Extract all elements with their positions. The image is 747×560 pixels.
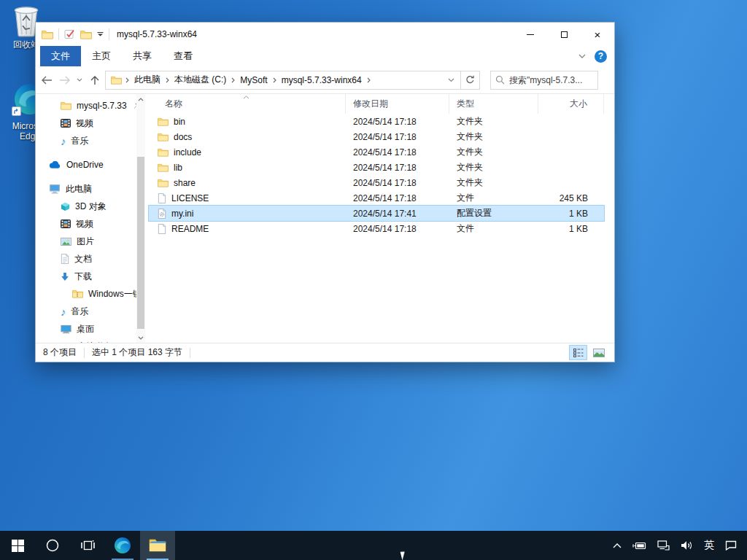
file-row-readme[interactable]: README 2024/5/14 17:18 文件 1 KB bbox=[149, 221, 604, 236]
file-row-bin[interactable]: bin 2024/5/14 17:18 文件夹 bbox=[149, 114, 604, 129]
file-name: docs bbox=[174, 132, 192, 142]
desktop: 回收站 Microsoft Edge bbox=[0, 0, 747, 531]
navigation-pane: mysql-5.7.33 视频 ♪ 音乐 OneDrive 此电脑 bbox=[36, 94, 136, 343]
up-button[interactable] bbox=[85, 71, 104, 90]
help-button[interactable]: ? bbox=[595, 50, 607, 63]
file-type: 文件夹 bbox=[449, 161, 538, 174]
folder-icon bbox=[61, 101, 71, 110]
downloads-icon bbox=[61, 272, 69, 281]
expand-ribbon-icon[interactable] bbox=[578, 54, 586, 58]
sidebar-item-label: 视频 bbox=[76, 117, 93, 130]
tray-ime-indicator[interactable]: 英 bbox=[704, 539, 714, 552]
taskbar-edge-button[interactable] bbox=[105, 531, 140, 560]
tab-view[interactable]: 查看 bbox=[163, 46, 204, 66]
sidebar-item-label: 音乐 bbox=[71, 306, 89, 318]
file-date: 2024/5/14 17:18 bbox=[346, 193, 449, 203]
file-size: 1 KB bbox=[538, 224, 604, 234]
chevron-right-icon bbox=[230, 77, 236, 83]
taskbar-file-explorer-button[interactable] bbox=[140, 531, 175, 560]
sidebar-item-3d-objects[interactable]: 3D 对象 bbox=[36, 198, 136, 215]
sidebar-item-desktop[interactable]: 桌面 bbox=[36, 320, 136, 338]
scrollbar-thumb[interactable] bbox=[137, 157, 144, 329]
scroll-up-icon[interactable] bbox=[136, 94, 145, 104]
sidebar-item-videos-quick[interactable]: 视频 bbox=[36, 114, 136, 132]
breadcrumb-local-disk-c[interactable]: 本地磁盘 (C:) bbox=[171, 74, 230, 86]
thumbnails-view-button[interactable] bbox=[590, 346, 607, 359]
sidebar-item-local-disk-c[interactable]: 本地磁盘 (C:) bbox=[36, 338, 136, 343]
sidebar-item-label: Windows一键 bbox=[88, 288, 136, 300]
forward-button[interactable] bbox=[55, 71, 74, 90]
file-date: 2024/5/14 17:18 bbox=[346, 147, 449, 158]
sidebar-item-documents[interactable]: 文档 bbox=[36, 250, 136, 268]
tray-volume-icon[interactable] bbox=[681, 540, 693, 551]
breadcrumb: 此电脑 本地磁盘 (C:) MySoft mysql-5.7.33-winx64 bbox=[124, 74, 444, 86]
tab-home[interactable]: 主页 bbox=[81, 46, 122, 66]
search-input[interactable] bbox=[509, 75, 593, 85]
back-button[interactable] bbox=[37, 71, 55, 90]
qat-new-folder-icon[interactable] bbox=[80, 30, 92, 39]
sidebar-item-videos[interactable]: 视频 bbox=[36, 215, 136, 233]
breadcrumb-mysql-folder[interactable]: mysql-5.7.33-winx64 bbox=[278, 75, 365, 85]
file-row-license[interactable]: LICENSE 2024/5/14 17:18 文件 245 KB bbox=[149, 190, 604, 206]
chevron-right-icon bbox=[271, 77, 278, 83]
chevron-right-icon bbox=[124, 77, 131, 83]
column-header-type[interactable]: 类型 bbox=[449, 94, 538, 114]
folder-icon bbox=[158, 163, 169, 172]
sidebar-item-music[interactable]: ♪ 音乐 bbox=[36, 303, 136, 320]
qat-dropdown-icon[interactable] bbox=[97, 32, 104, 36]
breadcrumb-this-pc[interactable]: 此电脑 bbox=[131, 74, 164, 86]
file-date: 2024/5/14 17:18 bbox=[346, 117, 449, 127]
sidebar-scrollbar[interactable] bbox=[136, 94, 145, 343]
file-row-my-ini-selected[interactable]: my.ini 2024/5/14 17:41 配置设置 1 KB bbox=[149, 206, 604, 221]
sidebar-item-this-pc[interactable]: 此电脑 bbox=[36, 180, 136, 198]
music-icon: ♪ bbox=[61, 136, 66, 147]
address-breadcrumb-box[interactable]: 此电脑 本地磁盘 (C:) MySoft mysql-5.7.33-winx64 bbox=[105, 71, 461, 90]
details-view-button[interactable] bbox=[570, 346, 587, 359]
file-row-share[interactable]: share 2024/5/14 17:18 文件夹 bbox=[149, 175, 604, 190]
tab-file[interactable]: 文件 bbox=[40, 46, 81, 66]
file-row-include[interactable]: include 2024/5/14 17:18 文件夹 bbox=[149, 144, 604, 160]
file-explorer-icon bbox=[149, 538, 166, 553]
file-size: 245 KB bbox=[538, 193, 604, 203]
close-button[interactable]: × bbox=[581, 23, 614, 46]
sidebar-item-windows-zip[interactable]: Windows一键 bbox=[36, 285, 136, 303]
sidebar-item-onedrive[interactable]: OneDrive bbox=[36, 156, 136, 174]
column-header-size[interactable]: 大小 bbox=[538, 94, 604, 114]
file-row-docs[interactable]: docs 2024/5/14 17:18 文件夹 bbox=[149, 129, 604, 144]
shortcut-arrow-icon bbox=[12, 106, 21, 116]
breadcrumb-mysoft[interactable]: MySoft bbox=[236, 75, 271, 85]
maximize-button[interactable] bbox=[547, 23, 581, 46]
sidebar-item-downloads[interactable]: 下载 bbox=[36, 268, 136, 285]
qat-properties-icon[interactable] bbox=[64, 29, 75, 39]
action-center-icon[interactable] bbox=[725, 540, 737, 551]
task-view-button[interactable] bbox=[70, 531, 105, 560]
separator bbox=[109, 28, 109, 40]
recent-locations-dropdown[interactable] bbox=[74, 71, 85, 90]
tray-chevron-up-icon[interactable] bbox=[613, 543, 622, 548]
start-button[interactable] bbox=[0, 531, 35, 560]
this-pc-icon bbox=[49, 184, 61, 194]
tab-share[interactable]: 共享 bbox=[122, 46, 163, 66]
search-box[interactable] bbox=[490, 71, 598, 90]
scroll-down-icon[interactable] bbox=[136, 332, 145, 343]
sidebar-item-mysql-folder[interactable]: mysql-5.7.33 bbox=[36, 97, 136, 114]
file-explorer-window: mysql-5.7.33-winx64 × 文件 主页 共享 查看 ? bbox=[35, 22, 615, 362]
cortana-circle-icon bbox=[46, 539, 59, 552]
file-row-lib[interactable]: lib 2024/5/14 17:18 文件夹 bbox=[149, 160, 604, 175]
cortana-button[interactable] bbox=[35, 531, 70, 560]
sidebar-item-label: 音乐 bbox=[71, 135, 89, 147]
separator bbox=[84, 348, 85, 358]
sidebar-item-pictures[interactable]: 图片 bbox=[36, 233, 136, 250]
column-header-date[interactable]: 修改日期 bbox=[346, 94, 449, 114]
file-name: include bbox=[174, 147, 201, 158]
address-bar: 此电脑 本地磁盘 (C:) MySoft mysql-5.7.33-winx64 bbox=[36, 66, 614, 94]
refresh-button[interactable] bbox=[461, 71, 480, 90]
address-dropdown-icon[interactable] bbox=[444, 78, 459, 82]
folder-icon bbox=[158, 179, 169, 187]
maximize-icon bbox=[561, 31, 568, 38]
sidebar-item-music-quick[interactable]: ♪ 音乐 bbox=[36, 132, 136, 149]
sidebar-item-label: 文档 bbox=[74, 253, 92, 265]
minimize-button[interactable] bbox=[514, 23, 547, 46]
tray-power-icon[interactable] bbox=[632, 542, 646, 550]
tray-network-icon[interactable] bbox=[657, 540, 670, 551]
